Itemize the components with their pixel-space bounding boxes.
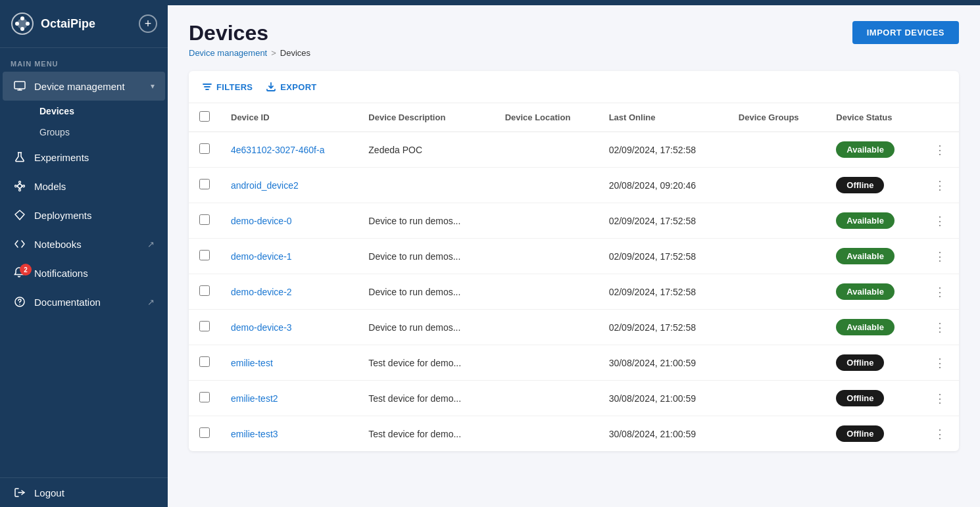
row-checkbox-cell (189, 132, 220, 168)
sidebar-sub-menu: Devices Groups (29, 101, 168, 143)
row-device-description: Test device for demo... (358, 416, 494, 452)
diamond-icon (13, 208, 26, 222)
row-checkbox[interactable] (199, 143, 210, 154)
filters-button[interactable]: FILTERS (202, 82, 253, 92)
row-actions-menu[interactable]: ⋮ (931, 141, 948, 159)
device-id-link[interactable]: demo-device-3 (231, 322, 292, 333)
svg-point-3 (20, 27, 24, 31)
row-actions-menu[interactable]: ⋮ (931, 354, 948, 372)
table-toolbar: FILTERS EXPORT (189, 71, 959, 103)
svg-point-4 (15, 22, 19, 26)
header-device-location: Device Location (495, 103, 599, 132)
row-device-description: Device to run demos... (358, 239, 494, 274)
sidebar-item-devices[interactable]: Devices (32, 101, 165, 122)
sidebar-item-notifications[interactable]: 2 Notifications (3, 258, 165, 287)
add-button[interactable]: + (139, 14, 157, 33)
header-checkbox-col (189, 103, 220, 132)
row-checkbox[interactable] (199, 356, 210, 367)
page-title-area: Devices Device management > Devices (189, 21, 310, 58)
svg-point-9 (19, 189, 21, 191)
row-device-groups (728, 132, 825, 168)
svg-point-2 (20, 16, 24, 20)
device-id-link[interactable]: demo-device-0 (231, 216, 292, 226)
row-actions-menu[interactable]: ⋮ (931, 247, 948, 266)
device-id-link[interactable]: emilie-test3 (231, 429, 278, 439)
row-device-status: Available (825, 310, 921, 345)
status-badge: Offline (836, 177, 884, 193)
row-device-groups (728, 203, 825, 239)
table-row: demo-device-3 Device to run demos... 02/… (189, 310, 959, 345)
row-actions-menu[interactable]: ⋮ (931, 212, 948, 230)
row-device-description: Device to run demos... (358, 274, 494, 310)
row-actions-menu[interactable]: ⋮ (931, 318, 948, 337)
svg-point-10 (15, 185, 17, 187)
row-checkbox[interactable] (199, 321, 210, 331)
device-id-link[interactable]: emilie-test2 (231, 393, 278, 404)
svg-point-7 (18, 184, 22, 188)
row-device-location (495, 274, 599, 310)
sidebar-item-label: Models (34, 181, 66, 192)
header-device-groups: Device Groups (728, 103, 825, 132)
export-button[interactable]: EXPORT (266, 82, 316, 92)
export-icon (266, 82, 276, 92)
sidebar-item-device-management[interactable]: Device management ▾ (3, 72, 165, 101)
row-checkbox[interactable] (199, 179, 210, 189)
device-id-link[interactable]: android_device2 (231, 180, 299, 191)
sidebar-item-logout[interactable]: Logout (3, 478, 165, 507)
row-device-location (495, 132, 599, 168)
row-actions-menu[interactable]: ⋮ (931, 283, 948, 301)
row-actions: ⋮ (921, 310, 959, 345)
header-actions (921, 103, 959, 132)
device-id-link[interactable]: demo-device-1 (231, 251, 292, 262)
row-last-online: 02/09/2024, 17:52:58 (599, 310, 728, 345)
row-device-groups (728, 381, 825, 416)
header-device-status: Device Status (825, 103, 921, 132)
sidebar-item-label: Logout (34, 487, 64, 498)
logo-area: OctaiPipe (11, 12, 95, 36)
status-badge: Available (836, 248, 894, 264)
device-id-link[interactable]: demo-device-2 (231, 287, 292, 297)
row-device-id: demo-device-2 (220, 274, 358, 310)
status-badge: Available (836, 319, 894, 335)
status-badge: Offline (836, 390, 884, 406)
sidebar-item-deployments[interactable]: Deployments (3, 201, 165, 229)
row-checkbox[interactable] (199, 250, 210, 260)
row-device-location (495, 310, 599, 345)
row-device-status: Available (825, 274, 921, 310)
sidebar-item-experiments[interactable]: Experiments (3, 143, 165, 172)
row-checkbox[interactable] (199, 214, 210, 225)
table-row: emilie-test3 Test device for demo... 30/… (189, 416, 959, 452)
select-all-checkbox[interactable] (199, 111, 210, 122)
flask-icon (13, 151, 26, 164)
sidebar-item-documentation[interactable]: Documentation ↗ (3, 287, 165, 316)
device-id-link[interactable]: 4e631102-3027-460f-a (231, 145, 324, 155)
row-actions-menu[interactable]: ⋮ (931, 425, 948, 443)
row-actions-menu[interactable]: ⋮ (931, 389, 948, 408)
brackets-icon (13, 237, 26, 251)
sidebar-item-notebooks[interactable]: Notebooks ↗ (3, 229, 165, 258)
row-checkbox-cell (189, 239, 220, 274)
breadcrumb-parent[interactable]: Device management (189, 48, 267, 58)
help-circle-icon (13, 295, 26, 308)
row-device-id: demo-device-0 (220, 203, 358, 239)
row-actions: ⋮ (921, 203, 959, 239)
row-checkbox-cell (189, 168, 220, 203)
table-row: 4e631102-3027-460f-a Zededa POC 02/09/20… (189, 132, 959, 168)
row-actions-menu[interactable]: ⋮ (931, 176, 948, 195)
sidebar-item-label: Notebooks (34, 239, 82, 250)
sidebar-item-groups[interactable]: Groups (32, 122, 165, 143)
table-row: android_device2 20/08/2024, 09:20:46 Off… (189, 168, 959, 203)
device-id-link[interactable]: emilie-test (231, 358, 273, 368)
logo-text: OctaiPipe (41, 17, 95, 31)
content-area: Devices Device management > Devices IMPO… (168, 5, 980, 507)
row-actions: ⋮ (921, 381, 959, 416)
row-checkbox[interactable] (199, 285, 210, 296)
sidebar-item-label: Deployments (34, 210, 92, 221)
row-checkbox[interactable] (199, 427, 210, 438)
sidebar-item-label: Experiments (34, 152, 89, 163)
import-devices-button[interactable]: IMPORT DEVICES (852, 21, 959, 44)
row-device-groups (728, 416, 825, 452)
monitor-icon (13, 80, 26, 93)
sidebar-item-models[interactable]: Models (3, 172, 165, 201)
row-checkbox[interactable] (199, 392, 210, 402)
